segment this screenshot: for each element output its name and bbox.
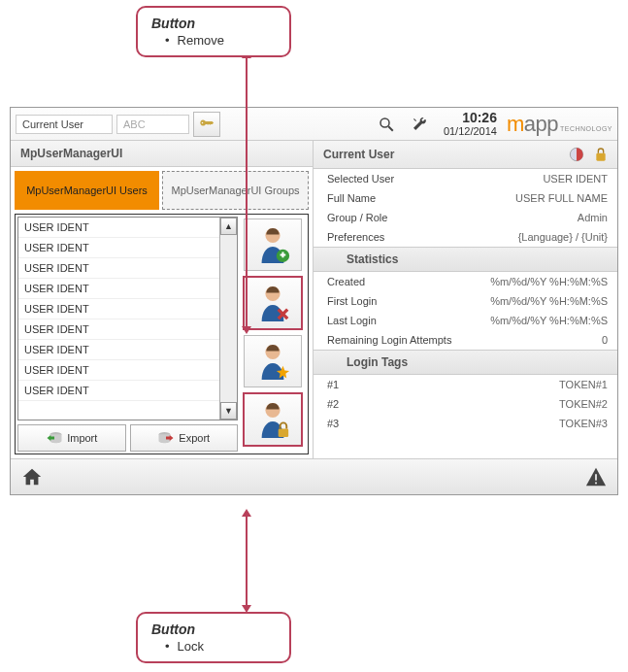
prefs-value: {Language} / {Unit} (518, 231, 608, 243)
tag1-value: TOKEN#1 (559, 379, 608, 390)
alert-icon (585, 466, 607, 487)
person-add-icon (254, 224, 291, 265)
export-icon (157, 430, 175, 446)
remaining-label: Remaining Login Attempts (327, 334, 451, 346)
fullname-value: USER FULL NAME (515, 192, 608, 204)
annotation-title: Button (151, 16, 276, 31)
firstlogin-label: First Login (327, 295, 377, 307)
svg-point-1 (380, 118, 389, 127)
tag2-label: #2 (327, 398, 339, 410)
tag3-value: TOKEN#3 (559, 418, 608, 429)
date-display: 01/12/2014 (444, 125, 497, 138)
scroll-track[interactable] (220, 235, 237, 402)
settings-button[interactable] (409, 114, 430, 135)
annotation-arrow-bottom (246, 515, 248, 607)
scroll-up-button[interactable]: ▲ (220, 218, 237, 235)
firstlogin-value: %m/%d/%Y %H:%M:%S (490, 295, 608, 307)
tag3-label: #3 (327, 418, 339, 429)
list-item[interactable]: USER IDENT (18, 360, 219, 381)
users-list-items: USER IDENT USER IDENT USER IDENT USER ID… (18, 218, 219, 420)
lastlogin-label: Last Login (327, 315, 377, 326)
list-item[interactable]: USER IDENT (18, 319, 219, 340)
fullname-label: Full Name (327, 192, 376, 204)
svg-rect-10 (279, 429, 288, 438)
svg-rect-14 (595, 483, 597, 485)
login-tags-header: Login Tags (314, 350, 617, 375)
tools-icon (411, 116, 428, 133)
disk-icon[interactable] (569, 147, 584, 162)
import-icon (46, 430, 63, 446)
left-panel: MpUserManagerUI MpUserManagerUI Users Mp… (11, 141, 314, 458)
svg-rect-12 (596, 153, 605, 161)
application-frame: Current User ABC 10:26 01/12/2014 mapp T… (10, 107, 618, 495)
created-label: Created (327, 276, 365, 287)
tab-groups[interactable]: MpUserManagerUI Groups (162, 171, 309, 210)
lock-icon[interactable] (594, 147, 608, 162)
remove-user-button[interactable] (244, 277, 302, 329)
search-icon (378, 116, 395, 133)
list-item[interactable]: USER IDENT (18, 381, 219, 401)
list-item[interactable]: USER IDENT (18, 279, 219, 299)
add-user-button[interactable] (244, 218, 302, 271)
svg-point-0 (202, 121, 204, 123)
edit-user-button[interactable] (244, 335, 302, 387)
annotation-arrow-top (246, 56, 248, 328)
right-panel: Current User Selected UserUSER IDENT Ful… (314, 141, 617, 458)
svg-rect-13 (595, 474, 597, 480)
annotation-item: Remove (165, 33, 276, 48)
tabs-row: MpUserManagerUI Users MpUserManagerUI Gr… (11, 167, 313, 210)
users-listbox[interactable]: USER IDENT USER IDENT USER IDENT USER ID… (17, 217, 238, 420)
statistics-header: Statistics (314, 247, 617, 272)
person-remove-icon (254, 283, 291, 323)
tag2-value: TOKEN#2 (559, 398, 608, 410)
list-item[interactable]: USER IDENT (18, 299, 219, 319)
scroll-down-button[interactable]: ▼ (220, 402, 237, 420)
panel-title-right: Current User (314, 141, 617, 169)
tab-users[interactable]: MpUserManagerUI Users (15, 171, 159, 210)
annotation-title: Button (151, 622, 276, 637)
created-value: %m/%d/%Y %H:%M:%S (490, 276, 608, 287)
login-key-button[interactable] (193, 112, 220, 137)
annotation-remove: Button Remove (136, 6, 291, 57)
key-icon (198, 116, 215, 133)
selected-user-label: Selected User (327, 173, 394, 185)
group-value: Admin (578, 212, 608, 223)
current-user-value[interactable]: ABC (116, 115, 189, 134)
footer-bar (11, 459, 617, 494)
person-lock-icon (254, 399, 291, 440)
import-button[interactable]: Import (17, 424, 126, 452)
list-item[interactable]: USER IDENT (18, 238, 219, 258)
group-label: Group / Role (327, 212, 387, 223)
list-item[interactable]: USER IDENT (18, 258, 219, 279)
prefs-label: Preferences (327, 231, 384, 243)
export-button[interactable]: Export (130, 424, 239, 452)
lastlogin-value: %m/%d/%Y %H:%M:%S (490, 315, 608, 326)
lock-user-button[interactable] (244, 393, 302, 446)
selected-user-value: USER IDENT (543, 173, 608, 185)
list-item[interactable]: USER IDENT (18, 218, 219, 238)
app-header: Current User ABC 10:26 01/12/2014 mapp T… (11, 108, 617, 141)
list-item[interactable]: USER IDENT (18, 340, 219, 360)
person-star-icon (254, 341, 291, 382)
annotation-item: Lock (165, 639, 276, 654)
current-user-label: Current User (16, 115, 113, 134)
datetime-display: 10:26 01/12/2014 (444, 110, 497, 139)
panel-title-left: MpUserManagerUI (11, 141, 313, 167)
mapp-logo: mapp TECHNOLOGY (507, 112, 612, 137)
remaining-value: 0 (602, 334, 608, 346)
scrollbar[interactable]: ▲ ▼ (219, 218, 237, 420)
time-display: 10:26 (444, 110, 497, 126)
tag1-label: #1 (327, 379, 339, 390)
alert-button[interactable] (584, 465, 608, 488)
annotation-lock: Button Lock (136, 612, 291, 663)
home-icon (21, 466, 43, 487)
svg-line-2 (388, 126, 393, 131)
home-button[interactable] (20, 465, 44, 488)
search-button[interactable] (376, 114, 397, 135)
